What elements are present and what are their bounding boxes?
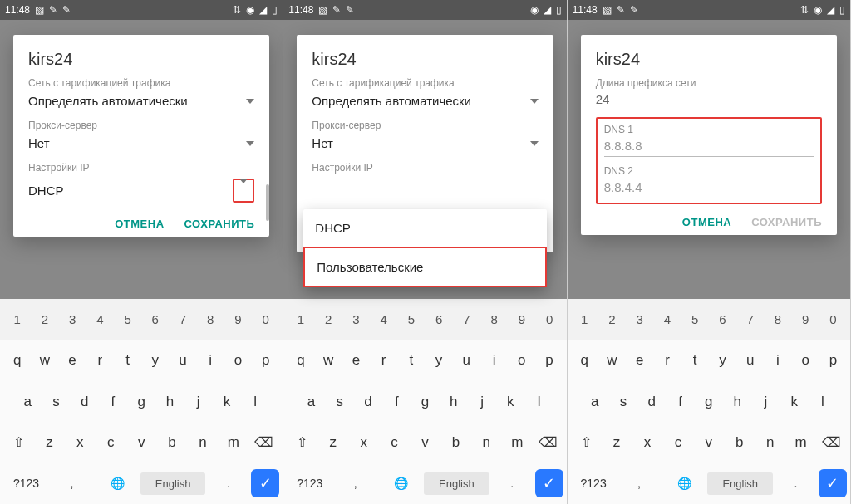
period-key[interactable]: . [491, 470, 534, 497]
key-x[interactable]: x [66, 428, 94, 458]
key-e[interactable]: e [627, 345, 652, 375]
comma-key[interactable]: , [334, 470, 376, 497]
option-custom[interactable]: Пользовательские [303, 247, 546, 287]
comma-key[interactable]: , [618, 470, 661, 497]
key-4[interactable]: 4 [88, 306, 112, 333]
key-e[interactable]: e [60, 345, 84, 375]
proxy-dropdown[interactable]: Нет [312, 131, 538, 154]
key-n[interactable]: n [756, 428, 784, 458]
key-m[interactable]: m [219, 428, 247, 458]
key-k[interactable]: k [498, 387, 523, 417]
key-o[interactable]: o [226, 345, 250, 375]
metered-dropdown[interactable]: Определять автоматически [312, 89, 538, 111]
key-9[interactable]: 9 [509, 306, 534, 333]
globe-key[interactable]: 🌐 [664, 470, 706, 497]
key-t[interactable]: t [399, 345, 423, 375]
key-o[interactable]: o [509, 345, 534, 375]
key-c[interactable]: c [97, 428, 125, 458]
key-s[interactable]: s [611, 387, 636, 417]
key-4[interactable]: 4 [655, 306, 679, 333]
period-key[interactable]: . [775, 470, 817, 497]
prefix-length-input[interactable] [596, 89, 822, 110]
key-y[interactable]: y [427, 345, 451, 375]
key-0[interactable]: 0 [537, 306, 561, 333]
key-y[interactable]: y [143, 345, 167, 375]
key-j[interactable]: j [753, 387, 778, 417]
language-pill[interactable]: English [424, 472, 489, 495]
key-8[interactable]: 8 [765, 306, 790, 333]
key-v[interactable]: v [695, 428, 722, 458]
key-a[interactable]: a [298, 387, 323, 417]
key-1[interactable]: 1 [288, 306, 312, 333]
key-f[interactable]: f [667, 387, 692, 417]
key-9[interactable]: 9 [794, 306, 818, 333]
key-o[interactable]: o [794, 345, 818, 375]
cancel-button[interactable]: ОТМЕНА [682, 216, 731, 228]
key-q[interactable]: q [5, 345, 29, 375]
key-i[interactable]: i [199, 345, 223, 375]
key-k[interactable]: k [214, 387, 239, 417]
key-e[interactable]: e [344, 345, 368, 375]
key-g[interactable]: g [696, 387, 721, 417]
key-n[interactable]: n [189, 428, 217, 458]
shift-key[interactable]: ⇧ [288, 428, 316, 457]
key-0[interactable]: 0 [253, 306, 278, 333]
key-p[interactable]: p [821, 345, 845, 375]
key-2[interactable]: 2 [600, 306, 624, 333]
key-7[interactable]: 7 [170, 306, 194, 333]
key-5[interactable]: 5 [399, 306, 423, 333]
key-t[interactable]: t [116, 345, 140, 375]
key-h[interactable]: h [157, 387, 182, 417]
key-2[interactable]: 2 [32, 306, 57, 333]
key-3[interactable]: 3 [60, 306, 84, 333]
key-s[interactable]: s [43, 387, 68, 417]
key-x[interactable]: x [634, 428, 662, 458]
key-r[interactable]: r [655, 345, 679, 375]
key-w[interactable]: w [317, 345, 341, 375]
key-a[interactable]: a [15, 387, 40, 417]
key-q[interactable]: q [288, 345, 312, 375]
key-h[interactable]: h [725, 387, 750, 417]
key-d[interactable]: d [356, 387, 381, 417]
soft-keyboard[interactable]: 1234567890 qwertyuiop asdfghjkl ⇧zxcvbnm… [568, 299, 850, 504]
key-1[interactable]: 1 [573, 306, 597, 333]
option-dhcp[interactable]: DHCP [303, 209, 546, 247]
key-p[interactable]: p [537, 345, 561, 375]
period-key[interactable]: . [207, 470, 249, 497]
key-7[interactable]: 7 [455, 306, 479, 333]
key-g[interactable]: g [412, 387, 437, 417]
key-f[interactable]: f [384, 387, 409, 417]
key-4[interactable]: 4 [371, 306, 396, 333]
key-z[interactable]: z [36, 428, 63, 458]
key-7[interactable]: 7 [738, 306, 762, 333]
key-w[interactable]: w [32, 345, 57, 375]
key-l[interactable]: l [243, 387, 268, 417]
key-u[interactable]: u [170, 345, 194, 375]
symbols-key[interactable]: ?123 [5, 470, 47, 497]
enter-key[interactable]: ✓ [819, 469, 847, 497]
cancel-button[interactable]: ОТМЕНА [115, 218, 164, 230]
key-u[interactable]: u [738, 345, 762, 375]
key-f[interactable]: f [101, 387, 125, 417]
globe-key[interactable]: 🌐 [96, 470, 139, 497]
key-5[interactable]: 5 [116, 306, 140, 333]
metered-dropdown[interactable]: Определять автоматически [28, 89, 254, 111]
key-b[interactable]: b [159, 428, 186, 458]
proxy-dropdown[interactable]: Нет [28, 131, 254, 154]
key-m[interactable]: m [787, 428, 814, 458]
soft-keyboard[interactable]: 1234567890 qwertyuiop asdfghjkl ⇧zxcvbnm… [0, 299, 283, 504]
key-j[interactable]: j [186, 387, 211, 417]
key-8[interactable]: 8 [482, 306, 506, 333]
key-b[interactable]: b [726, 428, 753, 458]
key-b[interactable]: b [442, 428, 470, 458]
save-button[interactable]: СОХРАНИТЬ [751, 216, 822, 228]
key-r[interactable]: r [88, 345, 112, 375]
backspace-key[interactable]: ⌫ [818, 428, 845, 457]
shift-key[interactable]: ⇧ [5, 428, 32, 457]
key-i[interactable]: i [765, 345, 790, 375]
key-q[interactable]: q [573, 345, 597, 375]
key-k[interactable]: k [782, 387, 807, 417]
comma-key[interactable]: , [51, 470, 93, 497]
key-p[interactable]: p [253, 345, 278, 375]
key-m[interactable]: m [504, 428, 531, 458]
